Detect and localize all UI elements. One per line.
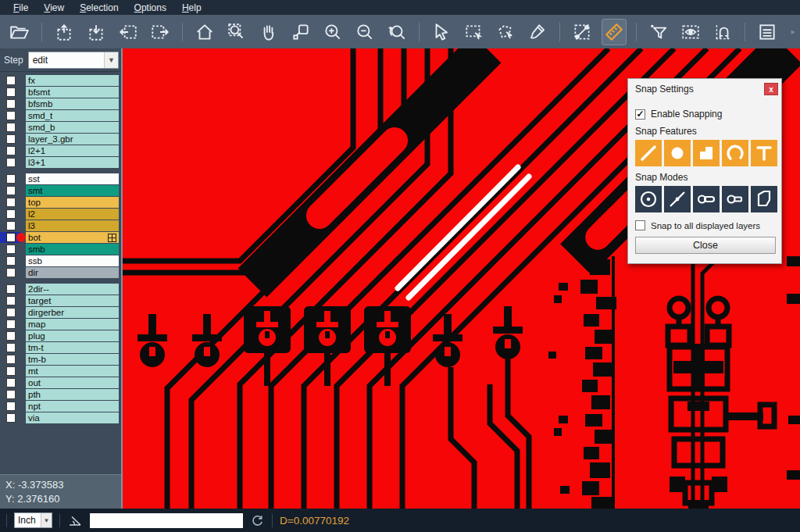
pan-hand-icon[interactable] — [257, 20, 280, 45]
snap-mode-outline-button[interactable] — [751, 186, 777, 212]
layer-visibility-checkbox[interactable] — [6, 146, 16, 155]
refresh-icon[interactable] — [250, 513, 265, 528]
snap-mode-closest-point-button[interactable] — [664, 186, 691, 212]
close-icon[interactable]: x — [764, 83, 778, 95]
snap-mode-key-button[interactable] — [722, 186, 748, 212]
chevron-down-icon[interactable]: ▼ — [41, 513, 52, 527]
dialog-close-button[interactable]: Close — [635, 237, 776, 254]
snap-feature-surface-button[interactable] — [693, 140, 720, 166]
layer-row[interactable]: ssb — [0, 255, 121, 266]
toolbar-overflow-icon[interactable]: ▸ — [791, 27, 800, 37]
layer-visibility-checkbox[interactable] — [6, 308, 16, 317]
menu-view[interactable]: View — [37, 1, 71, 15]
layer-visibility-checkbox[interactable] — [6, 256, 16, 266]
layer-visibility-checkbox[interactable] — [6, 174, 16, 184]
layer-row[interactable]: dirgerber — [0, 307, 121, 318]
filter-icon[interactable] — [647, 20, 670, 45]
layer-row[interactable]: via — [0, 412, 121, 423]
layer-visibility-checkbox[interactable] — [6, 245, 16, 254]
layer-visibility-checkbox[interactable] — [6, 296, 16, 305]
zoom-out-icon[interactable] — [353, 20, 377, 45]
layer-row[interactable]: smd_t — [0, 110, 121, 121]
layer-visibility-checkbox[interactable] — [6, 123, 16, 132]
menu-help[interactable]: Help — [175, 1, 209, 15]
layer-visibility-checkbox[interactable] — [6, 390, 16, 399]
layer-row[interactable]: tm-t — [0, 342, 121, 353]
measure-input[interactable] — [90, 513, 243, 528]
select-rectangle-icon[interactable] — [462, 20, 485, 45]
layer-visibility-checkbox[interactable] — [6, 158, 16, 167]
layer-row[interactable]: top — [0, 197, 121, 208]
ruler-measure-icon[interactable] — [602, 20, 626, 45]
layer-row[interactable]: bfsmb — [0, 98, 121, 109]
angle-measure-icon[interactable] — [67, 512, 83, 528]
zoom-in-icon[interactable] — [321, 20, 345, 45]
import-up-icon[interactable] — [52, 20, 76, 45]
menu-selection[interactable]: Selection — [73, 1, 125, 15]
layer-visibility-checkbox[interactable] — [6, 284, 16, 294]
layer-visibility-checkbox[interactable] — [6, 99, 16, 109]
layer-visibility-checkbox[interactable] — [6, 209, 16, 219]
snap-all-layers-row[interactable]: Snap to all displayed layers — [635, 220, 774, 230]
layer-visibility-checkbox[interactable] — [6, 198, 16, 207]
layer-row[interactable]: mt — [0, 366, 121, 377]
step-dropdown[interactable]: edit ▼ — [28, 52, 119, 69]
layer-row[interactable]: npt — [0, 401, 121, 412]
layer-visibility-checkbox[interactable] — [6, 233, 16, 242]
layer-visibility-checkbox[interactable] — [6, 366, 16, 376]
layer-row[interactable]: layer_3.gbr — [0, 134, 121, 145]
layer-visibility-checkbox[interactable] — [6, 413, 16, 423]
layer-row[interactable]: smt — [0, 185, 121, 196]
layer-row[interactable]: map — [0, 319, 121, 330]
chevron-down-icon[interactable]: ▼ — [104, 52, 118, 68]
layer-row[interactable]: tm-b — [0, 354, 121, 365]
clear-brush-icon[interactable] — [526, 20, 549, 45]
zoom-previous-icon[interactable] — [385, 20, 409, 45]
move-view-icon[interactable] — [289, 20, 312, 45]
dialog-titlebar[interactable]: Snap Settings x — [628, 79, 781, 99]
layer-row[interactable]: l2+1 — [0, 145, 121, 156]
layer-visibility-checkbox[interactable] — [6, 355, 16, 364]
layer-visibility-checkbox[interactable] — [6, 320, 16, 329]
layer-visibility-checkbox[interactable] — [6, 87, 16, 97]
select-arrow-icon[interactable] — [430, 20, 453, 45]
layer-row[interactable]: target — [0, 295, 121, 306]
import-right-icon[interactable] — [148, 20, 172, 45]
unit-dropdown[interactable]: Inch ▼ — [14, 512, 52, 528]
snap-settings-icon[interactable] — [711, 20, 734, 45]
layer-row[interactable]: fx — [0, 75, 121, 86]
snap-feature-pad-button[interactable] — [664, 140, 691, 166]
layer-row[interactable]: pth — [0, 389, 121, 400]
measure-points-icon[interactable] — [570, 20, 594, 45]
layer-row[interactable]: l3+1 — [0, 157, 121, 168]
menu-options[interactable]: Options — [127, 1, 173, 15]
layer-row[interactable]: l3 — [0, 220, 121, 231]
snap-feature-text-button[interactable] — [751, 140, 777, 166]
layer-row-active[interactable]: bot — [0, 232, 121, 243]
snap-all-layers-checkbox[interactable] — [635, 220, 645, 230]
menu-file[interactable]: File — [6, 1, 35, 15]
layer-row[interactable]: bfsmt — [0, 87, 121, 98]
layer-row[interactable]: smd_b — [0, 122, 121, 133]
layer-visibility-checkbox[interactable] — [6, 111, 16, 120]
snap-feature-arc-button[interactable] — [722, 140, 748, 166]
layer-visibility-checkbox[interactable] — [6, 134, 16, 144]
snap-mode-endpoint-button[interactable] — [693, 186, 720, 212]
layer-visibility-checkbox[interactable] — [6, 268, 16, 277]
zoom-window-icon[interactable] — [225, 20, 248, 45]
layer-visibility-checkbox[interactable] — [6, 378, 16, 387]
report-list-icon[interactable] — [755, 20, 779, 45]
home-view-icon[interactable] — [193, 20, 216, 45]
enable-snapping-row[interactable]: ✓ Enable Snapping — [635, 109, 774, 120]
layer-row[interactable]: smb — [0, 244, 121, 255]
layer-visibility-checkbox[interactable] — [6, 221, 16, 230]
select-polygon-icon[interactable] — [494, 20, 517, 45]
snap-feature-line-button[interactable] — [635, 140, 662, 166]
layer-row[interactable]: out — [0, 377, 121, 388]
open-folder-icon[interactable] — [8, 20, 31, 45]
layer-row[interactable]: 2dir-- — [0, 284, 121, 295]
layer-visibility-checkbox[interactable] — [6, 343, 16, 352]
import-left-icon[interactable] — [116, 20, 140, 45]
layer-row[interactable]: sst — [0, 173, 121, 184]
layer-visibility-checkbox[interactable] — [6, 186, 16, 195]
